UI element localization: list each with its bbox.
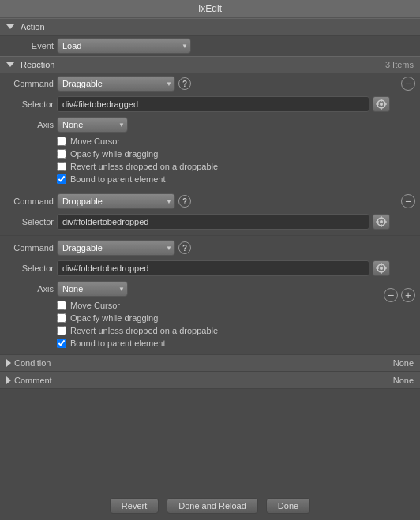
axis-select-3[interactable]: None X Y [57,281,128,297]
selector-row-3: Selector [0,258,396,279]
checkbox-move-cursor-3: Move Cursor [0,299,396,312]
done-reload-button[interactable]: Done and Reload [167,498,258,514]
done-button[interactable]: Done [266,498,310,514]
command-label-3: Command [6,243,54,253]
event-row: Event Load Click MouseOver MouseOut DblC… [0,36,420,56]
main-content: Action Event Load Click MouseOver MouseO… [0,18,420,489]
event-select[interactable]: Load Click MouseOver MouseOut DblClick [57,38,191,54]
remove-reaction-3[interactable]: − [384,288,398,302]
selector-input-3[interactable] [57,260,369,276]
command-select-wrapper-3: Draggable Droppable Sortable Resizable [57,240,175,256]
target-icon-1[interactable] [373,96,390,112]
command-label-1: Command [6,79,54,88]
action-section: Action Event Load Click MouseOver MouseO… [0,18,420,56]
command-select-2[interactable]: Draggable Droppable Sortable Resizable [57,193,175,209]
title-bar: IxEdit [0,0,420,18]
checkbox-bound-1: Bound to parent element [0,173,396,185]
reaction-block-3: Command Draggable Droppable Sortable Res… [0,238,420,353]
checkbox-opacify-input-3[interactable] [57,313,66,323]
checkbox-revert-input-1[interactable] [57,162,66,171]
reaction-triangle [6,62,14,67]
svg-point-1 [380,103,383,106]
command-select-1[interactable]: Draggable Droppable Sortable Resizable [57,76,175,92]
remove-reaction-2[interactable]: − [401,194,415,208]
command-select-wrapper-1: Draggable Droppable Sortable Resizable [57,76,175,92]
axis-label-1: Axis [6,120,54,129]
checkbox-move-cursor-label-1: Move Cursor [70,137,120,146]
selector-input-1[interactable] [57,96,369,112]
reaction-block-2: Command Draggable Droppable Sortable Res… [0,191,420,236]
checkbox-revert-1: Revert unless dropped on a droppable [0,160,396,173]
axis-select-1[interactable]: None X Y [57,117,128,133]
axis-select-wrapper-3: None X Y [57,281,128,297]
target-icon-2[interactable] [373,214,390,230]
reaction-section: Reaction 3 Items Command Draggable Dropp… [0,56,420,353]
comment-section: Comment None [0,372,420,389]
remove-reaction-1[interactable]: − [401,77,415,91]
add-reaction[interactable]: + [401,288,415,302]
selector-label-3: Selector [6,264,54,273]
axis-row-3: Axis None X Y − + [0,279,396,299]
checkbox-opacify-3: Opacify while dragging [0,312,396,324]
revert-button[interactable]: Revert [110,498,159,514]
help-icon-1[interactable]: ? [178,77,191,90]
help-icon-3[interactable]: ? [178,241,191,254]
selector-row-1: Selector [0,94,396,114]
comment-value: None [393,376,414,385]
event-select-wrapper: Load Click MouseOver MouseOut DblClick [57,38,191,54]
selector-input-2[interactable] [57,214,369,230]
condition-section: Condition None [0,354,420,372]
selector-label-1: Selector [6,99,54,109]
action-triangle [6,24,14,29]
checkbox-bound-3: Bound to parent element [0,337,396,350]
checkbox-move-cursor-1: Move Cursor [0,135,396,148]
comment-label: Comment [14,376,52,385]
checkbox-revert-3: Revert unless dropped on a droppable [0,324,396,337]
command-select-wrapper-2: Draggable Droppable Sortable Resizable [57,193,175,209]
svg-point-13 [380,267,383,270]
selector-label-2: Selector [6,217,54,226]
condition-triangle [6,359,11,367]
checkbox-move-cursor-label-3: Move Cursor [70,301,120,310]
condition-label: Condition [14,358,51,368]
action-header: Action [0,18,420,36]
checkbox-bound-label-1: Bound to parent element [70,174,165,184]
condition-value: None [393,358,414,368]
checkbox-opacify-1: Opacify while dragging [0,148,396,160]
comment-triangle [6,376,11,384]
help-icon-2[interactable]: ? [178,195,191,208]
checkbox-bound-label-3: Bound to parent element [70,339,165,348]
checkbox-opacify-label-1: Opacify while dragging [70,149,158,159]
axis-select-wrapper-1: None X Y [57,117,128,133]
checkbox-move-cursor-input-3[interactable] [57,301,66,310]
svg-point-7 [380,220,383,223]
command-row-2: Command Draggable Droppable Sortable Res… [0,191,396,211]
checkbox-bound-input-1[interactable] [57,174,66,184]
axis-label-3: Axis [6,284,54,294]
command-row-1: Command Draggable Droppable Sortable Res… [0,73,396,94]
reaction-label: Reaction [21,60,54,69]
checkbox-revert-label-3: Revert unless dropped on a droppable [70,326,218,335]
axis-row-1: Axis None X Y [0,114,396,135]
checkbox-opacify-label-3: Opacify while dragging [70,313,158,323]
checkbox-opacify-input-1[interactable] [57,149,66,159]
footer: Revert Done and Reload Done [0,492,420,520]
checkbox-move-cursor-input-1[interactable] [57,137,66,146]
checkbox-bound-input-3[interactable] [57,339,66,348]
command-select-3[interactable]: Draggable Droppable Sortable Resizable [57,240,175,256]
command-label-2: Command [6,196,54,206]
reaction-header: Reaction 3 Items [0,56,420,73]
command-row-3: Command Draggable Droppable Sortable Res… [0,238,396,258]
checkbox-revert-label-1: Revert unless dropped on a droppable [70,162,218,171]
selector-row-2: Selector [0,211,396,232]
target-icon-3[interactable] [373,260,390,276]
event-label: Event [6,41,54,51]
checkbox-revert-input-3[interactable] [57,326,66,335]
action-label: Action [21,22,45,32]
reaction-block-1: Command Draggable Droppable Sortable Res… [0,73,420,189]
items-count: 3 Items [385,60,414,69]
